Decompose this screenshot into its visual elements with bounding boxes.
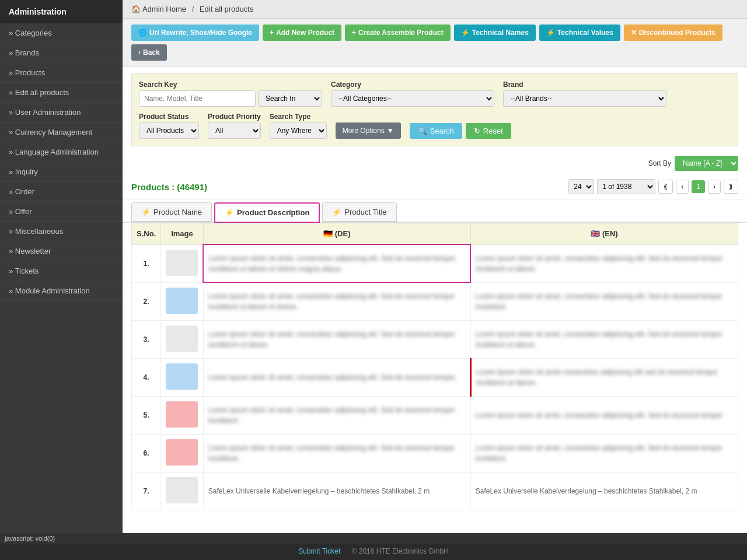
de-description-cell[interactable]: Lorem ipsum dolor sit amet, consectetur … — [203, 434, 470, 472]
en-text: Lorem ipsum dolor sit amet, consectetur … — [476, 444, 722, 463]
header-sno: S.No. — [132, 223, 161, 245]
en-description-cell[interactable]: SafeLex Universelle Kabelverriegelung – … — [470, 472, 738, 510]
globe-icon: 🌐 — [138, 29, 147, 37]
next-page-button[interactable]: › — [708, 180, 721, 194]
sidebar-item-edit-all[interactable]: » Edit all products — [0, 83, 123, 103]
first-page-button[interactable]: ⟪ — [658, 180, 673, 194]
sno-cell: 7. — [132, 472, 161, 510]
image-cell — [161, 396, 204, 434]
plus-icon2: + — [352, 29, 356, 37]
prev-page-button[interactable]: ‹ — [676, 180, 689, 194]
sidebar-header: Administration — [0, 0, 123, 23]
category-label: Category — [331, 80, 494, 89]
search-type-group: Search Type Any Where — [270, 113, 327, 139]
search-key-input[interactable] — [139, 90, 256, 107]
tab-product-title[interactable]: ⚡ Product Title — [322, 202, 396, 222]
technical-values-button[interactable]: ⚡ Technical Values — [539, 24, 620, 41]
tab-product-description[interactable]: ⚡ Product Description — [214, 202, 320, 223]
sidebar-item-currency[interactable]: » Currency Management — [0, 123, 123, 142]
de-description-cell[interactable]: Lorem ipsum dolor sit amet, consectetur … — [203, 358, 470, 396]
submit-ticket-link[interactable]: Submit Ticket — [298, 547, 340, 555]
discontinued-products-button[interactable]: ✕ Discontinued Products — [624, 24, 722, 41]
de-description-cell[interactable]: Lorem ipsum dolor sit amet, consectetur … — [203, 320, 470, 358]
search-panel: Search Key Search In Category --All Cate… — [131, 73, 738, 146]
product-image — [166, 363, 198, 390]
spacer-label — [336, 113, 401, 121]
sort-select[interactable]: Name [A - Z] — [675, 156, 738, 171]
en-description-cell[interactable]: Lorem ipsum dolor sit amet, consectetur … — [470, 244, 738, 282]
sno-cell: 3. — [132, 320, 161, 358]
brand-label: Brand — [503, 80, 666, 89]
tab-product-name[interactable]: ⚡ Product Name — [131, 202, 212, 222]
search-button[interactable]: 🔍 Search — [410, 123, 462, 139]
en-text: Lorem ipsum dolor sit amet consectetur a… — [476, 368, 718, 387]
product-status-label: Product Status — [139, 113, 199, 121]
en-description-cell[interactable]: Lorem ipsum dolor sit amet, consectetur … — [470, 434, 738, 472]
technical-names-button[interactable]: ⚡ Technical Names — [454, 24, 536, 41]
add-product-button[interactable]: + Add New Product — [263, 24, 341, 41]
url-rewrite-button[interactable]: 🌐 Url Rewrite, Show/Hide Google — [131, 24, 259, 41]
reset-icon: ↻ — [474, 127, 480, 135]
en-description-cell[interactable]: Lorem ipsum dolor sit amet, consectetur … — [470, 282, 738, 320]
product-status-select[interactable]: All Products — [139, 123, 199, 139]
sidebar-item-categories[interactable]: » Categories — [0, 23, 123, 43]
sidebar-item-order[interactable]: » Order — [0, 182, 123, 202]
sidebar-item-newsletter[interactable]: » Newsletter — [0, 242, 123, 261]
category-select[interactable]: --All Categories-- — [331, 90, 494, 107]
more-options-button[interactable]: More Options ▼ — [336, 123, 401, 139]
brand-select[interactable]: --All Brands-- — [503, 90, 666, 107]
product-priority-select[interactable]: All — [208, 123, 261, 139]
search-type-select[interactable]: Any Where — [270, 123, 327, 139]
sno-cell: 4. — [132, 358, 161, 396]
sort-label: Sort By — [648, 159, 671, 167]
product-image-placeholder — [166, 250, 198, 276]
tabs: ⚡ Product Name ⚡ Product Description ⚡ P… — [123, 202, 747, 223]
en-description-cell[interactable]: Lorem ipsum dolor sit amet, consectetur … — [470, 396, 738, 434]
de-description-cell[interactable]: Lorem ipsum dolor sit amet, consectetur … — [203, 396, 470, 434]
sidebar-item-misc[interactable]: » Miscellaneous — [0, 222, 123, 242]
de-text: Lorem ipsum dolor sit amet, consectetur … — [208, 373, 457, 382]
last-page-button[interactable]: ⟫ — [724, 180, 738, 194]
product-status-group: Product Status All Products — [139, 113, 199, 139]
search-type-label: Search Type — [270, 113, 327, 121]
sidebar-item-offer[interactable]: » Offer — [0, 202, 123, 222]
plus-icon: + — [270, 29, 274, 37]
breadcrumb-home[interactable]: Admin Home — [142, 5, 186, 13]
sno-cell: 2. — [132, 282, 161, 320]
search-buttons-group: 🔍 Search ↻ Reset — [410, 113, 511, 139]
table-container: S.No. Image 🇩🇪 (DE) 🇬🇧 (EN) — [123, 223, 747, 542]
sidebar-item-products[interactable]: » Products — [0, 63, 123, 83]
sidebar-item-inquiry[interactable]: » Inquiry — [0, 162, 123, 182]
more-options-group: More Options ▼ — [336, 113, 401, 139]
de-description-cell[interactable]: SafeLex Universelle Kabelverriegelung – … — [203, 472, 470, 510]
sidebar-item-user-admin[interactable]: » User Administration — [0, 103, 123, 123]
sidebar-item-tickets[interactable]: » Tickets — [0, 261, 123, 281]
category-group: Category --All Categories-- — [331, 80, 494, 107]
en-description-cell[interactable]: Lorem ipsum dolor sit amet, consectetur … — [470, 320, 738, 358]
de-description-cell[interactable]: Lorem ipsum dolor sit amet, consectetur … — [203, 244, 470, 282]
copyright-text: © 2016 HTE Electronics GmbH — [352, 547, 449, 555]
en-text: Lorem ipsum dolor sit amet, consectetur … — [476, 292, 722, 311]
page-info-select[interactable]: 1 of 1938 — [597, 179, 655, 194]
de-description-cell[interactable]: Lorem ipsum dolor sit amet, consectetur … — [203, 282, 470, 320]
x-icon: ✕ — [631, 29, 637, 37]
sidebar-item-language[interactable]: » Language Administration — [0, 142, 123, 162]
reset-button[interactable]: ↻ Reset — [466, 123, 511, 139]
search-in-select[interactable]: Search In — [258, 90, 322, 107]
de-text: Lorem ipsum dolor sit amet, consectetur … — [208, 330, 455, 349]
product-image — [166, 288, 198, 314]
lightning-icon2: ⚡ — [546, 29, 555, 37]
page-size-select[interactable]: 24 — [568, 179, 594, 194]
en-description-cell[interactable]: Lorem ipsum dolor sit amet consectetur a… — [470, 358, 738, 396]
back-button[interactable]: ‹ Back — [131, 44, 167, 61]
sidebar-item-brands[interactable]: » Brands — [0, 43, 123, 63]
back-icon: ‹ — [138, 48, 141, 57]
sidebar-item-module[interactable]: » Module Administration — [0, 281, 123, 301]
create-assemble-button[interactable]: + Create Assemble Product — [345, 24, 451, 41]
flag-en-icon: 🇬🇧 — [591, 229, 600, 238]
lightning-tab-icon2: ⚡ — [225, 208, 234, 217]
table-row: 7.SafeLex Universelle Kabelverriegelung … — [132, 472, 738, 510]
main-content: 🏠 Admin Home / Edit all products 🌐 Url R… — [123, 0, 747, 542]
sno-cell: 5. — [132, 396, 161, 434]
en-text: Lorem ipsum dolor sit amet, consectetur … — [476, 330, 722, 349]
